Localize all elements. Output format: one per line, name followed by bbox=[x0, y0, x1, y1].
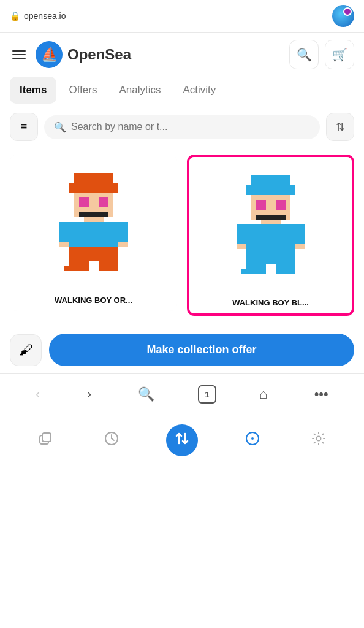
search-input-icon: 🔍 bbox=[54, 121, 66, 133]
header: ⛵ OpenSea 🔍 🛒 bbox=[0, 33, 364, 77]
dock-tabs-button[interactable] bbox=[34, 427, 57, 454]
svg-rect-24 bbox=[246, 224, 295, 249]
browser-search-button[interactable]: 🔍 bbox=[134, 383, 158, 406]
nft-label-1: WALKING BOY OR... bbox=[10, 289, 177, 311]
brush-icon: 🖌 bbox=[19, 342, 32, 358]
svg-rect-9 bbox=[118, 222, 128, 242]
svg-rect-3 bbox=[79, 197, 89, 207]
nft-card-1[interactable]: WALKING BOY OR... bbox=[5, 150, 182, 321]
browser-nav: ‹ › 🔍 1 ⌂ ••• bbox=[0, 373, 364, 415]
svg-rect-5 bbox=[79, 212, 108, 217]
tab-count: 1 bbox=[205, 390, 209, 399]
forward-icon: › bbox=[87, 386, 91, 402]
filter-button[interactable]: ≡ bbox=[10, 113, 38, 141]
browser-search-icon: 🔍 bbox=[138, 386, 154, 402]
back-button[interactable]: ‹ bbox=[32, 383, 44, 406]
home-button[interactable]: ⌂ bbox=[256, 383, 271, 406]
status-bar: 🔒 opensea.io bbox=[0, 0, 364, 33]
svg-rect-18 bbox=[246, 185, 295, 195]
dock-settings-icon bbox=[311, 431, 327, 450]
nft-card-2[interactable]: WALKING BOY BL... bbox=[182, 150, 359, 321]
dock-compass-icon bbox=[245, 431, 260, 450]
svg-point-40 bbox=[251, 437, 254, 440]
svg-rect-26 bbox=[295, 224, 305, 244]
tab-items[interactable]: Items bbox=[10, 77, 56, 104]
opensea-logo-icon: ⛵ bbox=[36, 41, 63, 68]
nft-card-1-inner: WALKING BOY OR... bbox=[10, 155, 177, 311]
lock-icon: 🔒 bbox=[10, 11, 20, 21]
dock-settings-button[interactable] bbox=[307, 427, 330, 454]
dock-history-button[interactable] bbox=[100, 427, 123, 454]
cart-button[interactable]: 🛒 bbox=[325, 40, 354, 69]
forward-button[interactable]: › bbox=[83, 383, 95, 406]
dock-swap-button[interactable] bbox=[166, 424, 198, 456]
svg-rect-10 bbox=[59, 242, 69, 247]
svg-rect-27 bbox=[237, 244, 246, 249]
svg-rect-25 bbox=[237, 224, 246, 244]
svg-rect-20 bbox=[256, 200, 266, 210]
svg-rect-15 bbox=[64, 266, 89, 271]
dock-history-icon bbox=[104, 431, 119, 450]
tab-offers[interactable]: Offers bbox=[59, 77, 107, 104]
svg-rect-21 bbox=[276, 200, 286, 210]
brush-button[interactable]: 🖌 bbox=[10, 334, 42, 366]
nft-image-1 bbox=[10, 155, 177, 289]
sort-icon: ⇅ bbox=[336, 120, 345, 134]
svg-rect-11 bbox=[118, 242, 128, 247]
tab-analytics[interactable]: Analytics bbox=[109, 77, 170, 104]
svg-point-41 bbox=[317, 437, 321, 441]
sort-button[interactable]: ⇅ bbox=[326, 113, 354, 141]
search-area: ≡ 🔍 ⇅ bbox=[0, 104, 364, 150]
search-input-wrap[interactable]: 🔍 bbox=[44, 115, 320, 139]
nft-grid: WALKING BOY OR... bbox=[0, 150, 364, 321]
tabs-bar: Items Offers Analytics Activity bbox=[0, 77, 364, 104]
filter-icon: ≡ bbox=[21, 121, 28, 134]
svg-rect-6 bbox=[84, 217, 104, 222]
bottom-dock bbox=[0, 415, 364, 469]
more-icon: ••• bbox=[314, 386, 328, 402]
svg-rect-4 bbox=[99, 197, 108, 207]
svg-rect-32 bbox=[241, 269, 266, 274]
search-button[interactable]: 🔍 bbox=[289, 40, 319, 69]
more-button[interactable]: ••• bbox=[311, 383, 332, 406]
header-actions: 🔍 🛒 bbox=[289, 40, 354, 69]
nft-image-2 bbox=[189, 157, 352, 292]
dock-compass-button[interactable] bbox=[241, 427, 264, 454]
cart-icon: 🛒 bbox=[332, 47, 347, 62]
search-icon: 🔍 bbox=[297, 47, 312, 62]
svg-rect-16 bbox=[99, 266, 118, 271]
svg-rect-12 bbox=[69, 247, 118, 261]
svg-rect-17 bbox=[251, 175, 290, 185]
url-text: opensea.io bbox=[24, 11, 66, 21]
home-icon: ⌂ bbox=[259, 386, 267, 402]
back-icon: ‹ bbox=[36, 386, 40, 402]
svg-rect-7 bbox=[69, 222, 118, 247]
collection-offer-button[interactable]: Make collection offer bbox=[49, 334, 354, 366]
logo-area: ⛵ OpenSea bbox=[36, 41, 282, 68]
svg-rect-35 bbox=[42, 433, 51, 442]
svg-rect-1 bbox=[69, 183, 118, 193]
nft-label-2: WALKING BOY BL... bbox=[189, 292, 352, 313]
action-bar: 🖌 Make collection offer bbox=[0, 326, 364, 373]
search-input[interactable] bbox=[71, 121, 310, 132]
nft-orange-boy-svg bbox=[54, 173, 134, 271]
svg-rect-33 bbox=[276, 269, 295, 274]
nft-blue-boy-svg bbox=[231, 175, 311, 274]
dock-tabs-icon bbox=[37, 431, 53, 450]
svg-rect-22 bbox=[256, 215, 286, 220]
tab-count-button[interactable]: 1 bbox=[198, 385, 216, 404]
dock-swap-icon bbox=[175, 431, 189, 450]
svg-rect-29 bbox=[246, 249, 295, 264]
url-bar: 🔒 opensea.io bbox=[10, 11, 66, 21]
svg-rect-0 bbox=[74, 173, 113, 183]
svg-line-38 bbox=[112, 438, 114, 440]
tab-activity[interactable]: Activity bbox=[173, 77, 226, 104]
hamburger-button[interactable] bbox=[10, 48, 28, 61]
app-name: OpenSea bbox=[67, 46, 131, 63]
svg-rect-23 bbox=[261, 220, 281, 224]
svg-rect-8 bbox=[59, 222, 69, 242]
globe-icon[interactable] bbox=[332, 5, 354, 27]
nft-card-2-inner: WALKING BOY BL... bbox=[187, 155, 354, 316]
svg-rect-28 bbox=[295, 244, 305, 249]
